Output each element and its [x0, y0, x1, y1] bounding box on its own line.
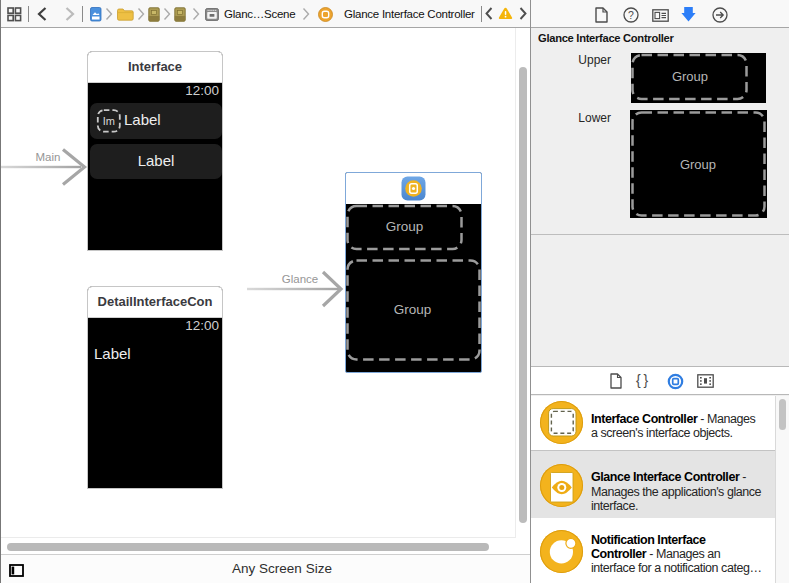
svg-text:?: ?	[628, 9, 634, 21]
svg-text:Group: Group	[394, 302, 432, 317]
svg-text:Group: Group	[680, 157, 716, 172]
svg-text:Main: Main	[36, 151, 61, 163]
svg-text:Group: Group	[386, 219, 424, 234]
svg-text:Glance: Glance	[282, 273, 318, 285]
svg-text:Group: Group	[672, 69, 708, 84]
svg-text:Im: Im	[103, 115, 115, 127]
